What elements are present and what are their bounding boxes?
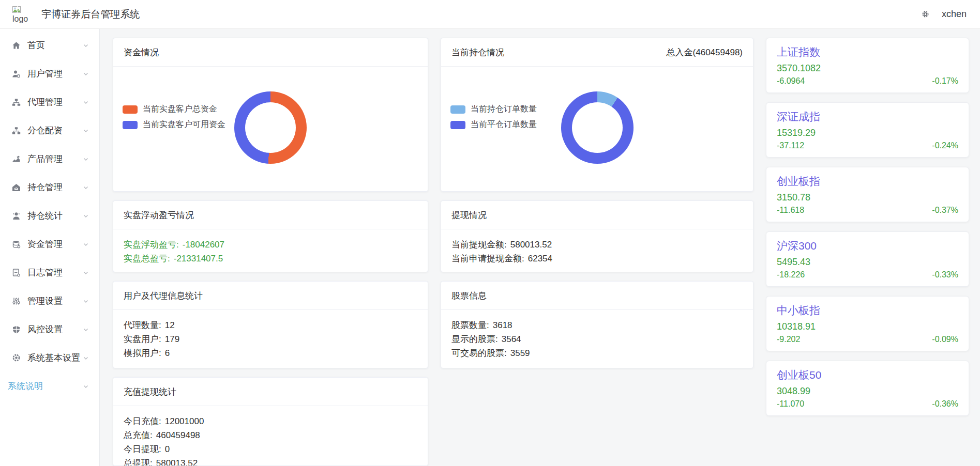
legend-swatch bbox=[123, 121, 138, 129]
chevron-down-icon bbox=[83, 71, 89, 77]
index-card-sme[interactable]: 中小板指 10318.91 -9.202 -0.09% bbox=[766, 296, 969, 351]
username[interactable]: xchen bbox=[942, 9, 967, 20]
index-card-chinext50[interactable]: 创业板50 3048.99 -11.070 -0.36% bbox=[766, 361, 969, 416]
stat-value: 460459498 bbox=[156, 430, 200, 440]
sidebar-item-admin-settings[interactable]: 管理设置 bbox=[0, 287, 99, 315]
legend-item[interactable]: 当前实盘客户可用资金 bbox=[123, 119, 225, 130]
stat-value: -21331407.5 bbox=[174, 254, 223, 263]
sidebar: 首页 用户管理 bbox=[0, 29, 100, 466]
index-name: 沪深300 bbox=[777, 239, 958, 253]
sidebar-item-label: 产品管理 bbox=[27, 153, 63, 165]
sidebar-item-funds-management[interactable]: 资金管理 bbox=[0, 230, 99, 258]
card-recharge-stats: 充值提现统计 今日充值:12001000 总充值:460459498 今日提现:… bbox=[113, 377, 428, 466]
card-funds: 资金情况 当前实盘客户总资金 当前实盘客户可用资金 bbox=[113, 38, 428, 192]
legend-swatch bbox=[450, 121, 465, 129]
legend-item[interactable]: 当前持仓订单数量 bbox=[450, 104, 537, 115]
stat-value: 12 bbox=[165, 320, 175, 330]
broken-image-icon bbox=[12, 6, 21, 14]
index-change: -11.070 bbox=[777, 399, 804, 409]
gear-icon bbox=[11, 353, 21, 362]
legend-item[interactable]: 当前平仓订单数量 bbox=[450, 119, 537, 130]
index-percent: -0.09% bbox=[932, 335, 958, 344]
stat-label: 今日充值: bbox=[124, 416, 161, 426]
index-value: 3048.99 bbox=[777, 386, 958, 397]
index-card-chinext[interactable]: 创业板指 3150.78 -11.618 -0.37% bbox=[766, 167, 969, 222]
stat-row: 实盘用户:179 bbox=[124, 332, 417, 346]
stat-row: 实盘浮动盈亏:-18042607 bbox=[124, 238, 417, 252]
sitemap-icon bbox=[11, 98, 21, 106]
index-change: -6.0964 bbox=[777, 76, 805, 86]
index-percent: -0.36% bbox=[932, 399, 958, 409]
funds-legend: 当前实盘客户总资金 当前实盘客户可用资金 bbox=[123, 104, 225, 130]
chevron-down-icon bbox=[83, 99, 89, 105]
sidebar-item-label: 持仓管理 bbox=[27, 181, 63, 193]
chevron-down-icon bbox=[83, 213, 89, 219]
sidebar-item-warehouse-funding[interactable]: 分仓配资 bbox=[0, 116, 99, 145]
legend-label: 当前平仓订单数量 bbox=[471, 119, 537, 130]
card-title: 资金情况 bbox=[124, 46, 159, 58]
positions-donut-chart bbox=[561, 91, 634, 164]
index-change: -9.202 bbox=[777, 335, 800, 344]
stat-label: 今日提现: bbox=[124, 444, 161, 454]
sidebar-item-label: 资金管理 bbox=[27, 238, 63, 250]
sidebar-item-system-description[interactable]: 系统说明 bbox=[0, 372, 99, 400]
stat-value: 580013.52 bbox=[156, 458, 198, 466]
index-card-csi300[interactable]: 沪深300 5495.43 -18.226 -0.33% bbox=[766, 231, 969, 287]
globe-icon[interactable] bbox=[921, 9, 930, 19]
sidebar-item-product-management[interactable]: 产品管理 bbox=[0, 145, 99, 173]
legend-item[interactable]: 当前实盘客户总资金 bbox=[123, 104, 225, 115]
stat-label: 可交易的股票: bbox=[451, 348, 507, 358]
sidebar-item-label: 首页 bbox=[27, 39, 45, 51]
stat-label: 当前提现金额: bbox=[451, 240, 507, 250]
stat-label: 股票数量: bbox=[451, 320, 489, 330]
stat-row: 股票数量:3618 bbox=[451, 318, 743, 332]
market-indices: 上证指数 3570.1082 -6.0964 -0.17% 深证成指 15319… bbox=[766, 38, 969, 466]
sidebar-item-home[interactable]: 首页 bbox=[0, 31, 99, 59]
log-icon bbox=[11, 268, 21, 277]
stat-label: 模拟用户: bbox=[124, 348, 161, 358]
sidebar-item-label: 日志管理 bbox=[27, 267, 63, 278]
sidebar-item-label: 分仓配资 bbox=[27, 125, 63, 136]
stat-value: -18042607 bbox=[183, 240, 224, 250]
sidebar-item-label: 用户管理 bbox=[27, 68, 63, 80]
index-value: 3570.1082 bbox=[777, 63, 958, 74]
card-title: 用户及代理信息统计 bbox=[124, 290, 203, 302]
stat-value: 6 bbox=[165, 348, 170, 358]
user-gear-icon bbox=[11, 69, 21, 78]
sidebar-item-position-management[interactable]: 持仓管理 bbox=[0, 173, 99, 201]
sidebar-item-user-management[interactable]: 用户管理 bbox=[0, 59, 99, 88]
card-title: 充值提现统计 bbox=[124, 386, 176, 398]
sidebar-item-log-management[interactable]: 日志管理 bbox=[0, 258, 99, 287]
logo[interactable]: logo bbox=[12, 6, 28, 24]
chart-icon bbox=[11, 154, 21, 163]
index-percent: -0.33% bbox=[932, 270, 958, 279]
sidebar-item-agent-management[interactable]: 代理管理 bbox=[0, 88, 99, 116]
card-stock-info: 股票信息 股票数量:3618 显示的股票:3564 可交易的股票:3559 bbox=[441, 281, 753, 368]
sidebar-item-position-statistics[interactable]: 持仓统计 bbox=[0, 201, 99, 230]
stat-label: 总充值: bbox=[124, 430, 153, 440]
index-value: 10318.91 bbox=[777, 321, 958, 332]
stat-label: 总提现: bbox=[124, 458, 153, 466]
sidebar-item-system-settings[interactable]: 系统基本设置 bbox=[0, 344, 99, 372]
index-card-shenzhen[interactable]: 深证成指 15319.29 -37.112 -0.24% bbox=[766, 102, 969, 158]
sidebar-item-label: 风控设置 bbox=[27, 323, 63, 335]
index-change: -37.112 bbox=[777, 141, 804, 150]
shield-icon bbox=[11, 325, 21, 334]
person-icon bbox=[11, 211, 21, 220]
chevron-down-icon bbox=[83, 355, 89, 361]
stat-value: 0 bbox=[165, 444, 170, 454]
stat-value: 3559 bbox=[510, 348, 530, 358]
sidebar-item-risk-settings[interactable]: 风控设置 bbox=[0, 315, 99, 344]
stat-value: 179 bbox=[165, 334, 179, 344]
sidebar-item-label: 代理管理 bbox=[27, 96, 63, 108]
stat-value: 3618 bbox=[493, 320, 512, 330]
stat-row: 实盘总盈亏:-21331407.5 bbox=[124, 252, 417, 266]
index-change: -11.618 bbox=[777, 206, 804, 215]
chevron-down-icon bbox=[83, 241, 89, 247]
index-change: -18.226 bbox=[777, 270, 805, 279]
legend-label: 当前实盘客户总资金 bbox=[143, 104, 217, 115]
app-header: logo 宇博证券后台管理系统 xchen bbox=[0, 0, 980, 29]
card-positions: 当前持仓情况 总入金(460459498) 当前持仓订单数量 当前平仓订单数量 bbox=[441, 38, 753, 192]
index-card-shanghai[interactable]: 上证指数 3570.1082 -6.0964 -0.17% bbox=[766, 38, 969, 93]
stat-row: 当前申请提现金额:62354 bbox=[451, 252, 743, 266]
